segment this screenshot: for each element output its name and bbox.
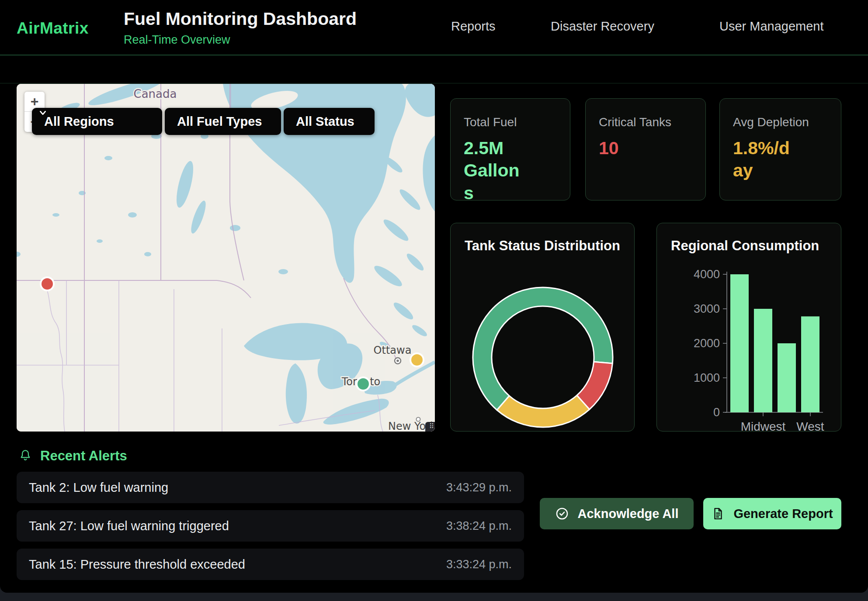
map-canvas[interactable]: Canada Ottawa Toronto New York + − All R… [17,84,435,432]
file-text-icon [712,507,725,520]
content-divider [0,83,868,83]
alert-time: 3:38:24 p.m. [446,519,512,533]
alert-row[interactable]: Tank 15: Pressure threshold exceeded 3:3… [17,549,524,580]
bar-chart-title: Regional Consumption [671,238,819,254]
y-tick-label: 4000 [694,268,720,281]
alerts-header: Recent Alerts [18,448,127,464]
bar[interactable] [754,309,772,412]
y-tick-label: 1000 [694,371,720,384]
tank-marker-critical[interactable] [40,276,55,291]
bar[interactable] [801,316,819,412]
y-tick-label: 2000 [694,337,720,350]
alert-row[interactable]: Tank 27: Low fuel warning triggered 3:38… [17,510,524,542]
stat-label: Total Fuel [464,115,557,129]
bar[interactable] [730,274,749,412]
fuel-type-filter-select[interactable]: All Fuel Types [165,108,281,135]
drag-handle-icon[interactable]: ⠿ [425,422,435,432]
check-circle-icon [555,507,569,521]
stat-card-avg-depletion: Avg Depletion 1.8%/day [719,98,841,200]
x-tick-label: West [796,420,824,432]
generate-report-button[interactable]: Generate Report [703,498,841,529]
alert-row[interactable]: Tank 2: Low fuel warning 3:43:29 p.m. [17,472,524,503]
regional-consumption-bar-chart[interactable]: 01000200030004000MidwestWest [657,223,841,432]
alert-text: Tank 15: Pressure threshold exceeded [29,557,245,572]
stat-value: 2.5M Gallons [464,137,521,204]
title-block: Fuel Monitoring Dashboard Real-Time Over… [124,9,357,47]
alert-time: 3:43:29 p.m. [446,481,512,494]
map-filters: All Regions All Fuel Types All Status [32,108,375,135]
status-filter-value: All Status [296,114,354,129]
map-label-country: Canada [134,87,177,100]
chevron-down-icon [38,108,48,117]
acknowledge-all-label: Acknowledge All [578,507,679,521]
y-tick-label: 0 [713,406,720,419]
stat-label: Avg Depletion [733,115,828,129]
x-tick-label: Midwest [741,420,786,432]
header: AirMatrix Fuel Monitoring Dashboard Real… [0,0,868,55]
stat-card-critical-tanks: Critical Tanks 10 [585,98,706,200]
fuel-type-filter-value: All Fuel Types [177,114,262,129]
page-title: Fuel Monitoring Dashboard [124,9,357,29]
nav-item-disaster-recovery[interactable]: Disaster Recovery [551,19,654,34]
alert-text: Tank 27: Low fuel warning triggered [29,519,229,533]
stat-label: Critical Tanks [599,115,692,129]
regional-consumption-card: Regional Consumption 01000200030004000Mi… [656,223,841,432]
page-subtitle: Real-Time Overview [124,33,357,47]
donut-chart-title: Tank Status Distribution [465,238,620,254]
brand-logo: AirMatrix [17,19,89,38]
stat-value: 10 [599,137,656,159]
donut-segment[interactable] [497,395,590,427]
tank-status-distribution-card: Tank Status Distribution [450,223,635,432]
alerts-title: Recent Alerts [40,448,127,464]
map-label-ottawa: Ottawa [374,344,412,356]
region-filter-value: All Regions [44,114,114,129]
tank-status-donut-chart[interactable] [451,223,635,432]
status-filter-select[interactable]: All Status [284,108,375,135]
stat-value: 1.8%/day [733,137,790,182]
app-window: AirMatrix Fuel Monitoring Dashboard Real… [0,0,868,593]
bar[interactable] [778,343,796,412]
acknowledge-all-button[interactable]: Acknowledge All [540,498,694,529]
nav-item-reports[interactable]: Reports [451,19,496,34]
stat-card-total-fuel: Total Fuel 2.5M Gallons [450,98,570,200]
y-tick-label: 3000 [694,302,720,315]
nav-item-user-management[interactable]: User Management [719,19,824,34]
region-filter-select[interactable]: All Regions [32,108,162,135]
generate-report-label: Generate Report [733,507,833,521]
bell-icon [18,449,32,463]
map-basemap: Canada Ottawa Toronto New York [17,84,435,432]
alert-text: Tank 2: Low fuel warning [29,480,168,495]
tank-marker-normal[interactable] [356,376,371,391]
tank-marker-warning[interactable] [410,352,424,367]
alert-time: 3:33:24 p.m. [446,558,512,571]
